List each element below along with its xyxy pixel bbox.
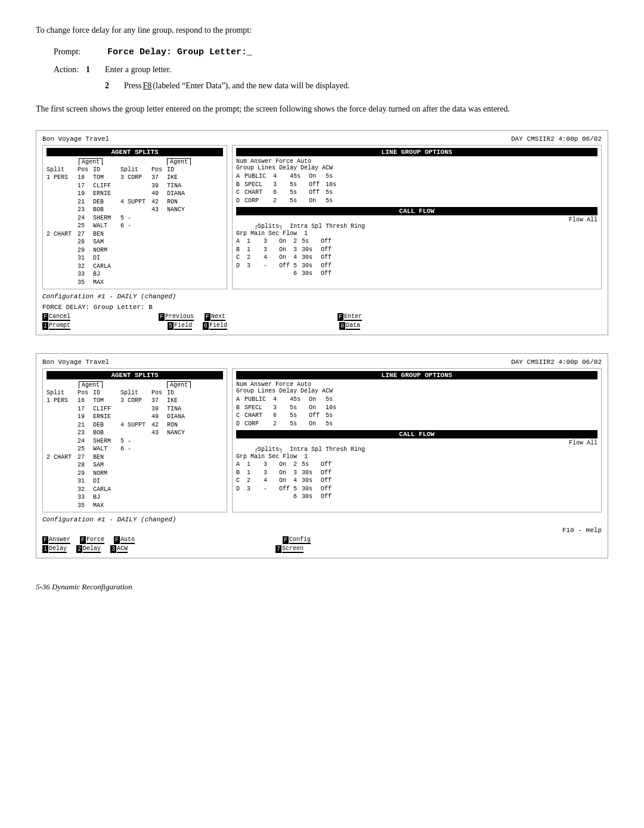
screen2-splits: 1 PERS16TOM3 CORP37IKE17CLIFF39TINA19ERN… [47,397,223,509]
action2-row: 2 Press F8 (labeled “Enter Data”), and t… [105,79,608,92]
call-flow-subhdr-1: Grp Main Sec Flow 1 [236,230,597,237]
fn-screen[interactable]: 7Screen [275,545,304,553]
config-line-1: Configuration #1 - DAILY (changed) [42,293,602,300]
left-panel-title-1: AGENT SPLITS [47,148,223,156]
cf-row: A13On25sOff [236,461,597,469]
screen1-lg: APUBLIC445sOn5sBSPECL35sOff10sCCHART65sO… [236,172,597,205]
fn-delay1[interactable]: 1Delay [42,545,67,553]
split-row: 33BJ [47,270,223,279]
intro-text: To change force delay for any line group… [36,24,608,36]
right-panel-2: LINE GROUP OPTIONS Num Answer Force Auto… [232,368,602,512]
split-row: 21DEB4 SUPPT42RON [47,421,223,430]
lg-row: DCORP25sOn5s [236,197,597,205]
cf-row: A13On25sOff [236,237,597,246]
screen2-title-right: DAY CMSIIR2 4:00p 06/02 [511,359,602,366]
action-row: Action: 1 Enter a group letter. [54,63,608,76]
split-row: 28SAM [47,238,223,246]
action2-pre: Press [124,79,142,92]
page-footer: 5-36 Dynamic Reconfiguration [36,582,608,592]
fn-acw[interactable]: 3ACW [110,545,128,553]
lg-options-header-1: Num Answer Force Auto [236,158,597,165]
call-flow-header2-1: ┌Splits┐ Intra Spl Thresh Ring [236,223,597,230]
split-row: 25WALT6 - [47,222,223,230]
col2-pos: Pos [78,390,93,396]
screen1-title-left: Bon Voyage Travel [42,135,109,143]
col-pos: Pos [78,166,93,173]
split-row: 29NORM [47,469,223,478]
fn-auto[interactable]: FAuto [114,536,135,544]
agent-bracket2-2: Agent [167,381,191,388]
split-row: 1 PERS16TOM3 CORP37IKE [47,397,223,405]
cf-row: 630sOff [236,493,597,501]
col2-pos2: Pos [151,390,167,396]
col-pos2: Pos [151,166,167,173]
call-flow-subhdr-2: Grp Main Sec Flow 1 [236,453,597,460]
screen1-cf: A13On25sOffB13On330sOffC24On430sOffD3-Of… [236,237,597,278]
split-row: 21DEB4 SUPPT42RON [47,198,223,206]
col2-id2: ID [167,390,194,396]
fn-row-1b: 1Prompt 5Field 6Field 8Data [42,322,602,330]
lg-row: BSPECL35sOn10s [236,404,597,412]
col2-split: Split [47,390,78,396]
col2-split2: Split [120,390,151,396]
lg-options-subheader-2: Group Lines Delay Delay ACW [236,388,597,394]
split-row: 32CARLA [47,486,223,494]
lg-options-header-2: Num Answer Force Auto [236,381,597,388]
call-flow-header2-2: ┌Splits┐ Intra Spl Thresh Ring [236,446,597,453]
cf-row: C24On430sOff [236,254,597,262]
split-row: 19ERNIE49DIANA [47,413,223,421]
lg-row: APUBLIC445sOn5s [236,396,597,404]
fn-data[interactable]: 8Data [339,322,360,330]
action2-num: 2 [105,79,119,92]
screen2-body: AGENT SPLITS Agent Agent Split Pos ID Sp… [42,368,602,512]
fn-field5[interactable]: 5Field [168,322,192,330]
split-row: 17CLIFF39TINA [47,405,223,413]
fn-enter[interactable]: FEnter [338,313,362,321]
fn-row-1: FCancel FPrevious FNext FEnter [42,313,602,321]
cf-row: D3-Off530sOff [236,262,597,270]
cf-row: D3-Off530sOff [236,485,597,493]
split-row: 19ERNIE40DIANA [47,190,223,198]
prompt-value: Force Delay: Group Letter:_ [107,47,252,57]
action-label: Action: [54,63,79,76]
fn-field6[interactable]: 6Field [203,322,227,330]
bottom-bar-1: FORCE DELAY: Group Letter: B FCancel FPr… [42,304,602,330]
fn-config[interactable]: FConfig [283,536,311,544]
fn-answer[interactable]: FAnswer [42,536,70,544]
fn-prompt[interactable]: 1Prompt [42,322,70,330]
help-line: F10 - Help [42,527,602,534]
screen2: Bon Voyage Travel DAY CMSIIR2 4:00p 06/0… [36,353,608,558]
right-panel-title-2: LINE GROUP OPTIONS [236,371,597,379]
split-row: 35MAX [47,502,223,510]
left-panel-title-2: AGENT SPLITS [47,371,223,379]
col-split2: Split [120,166,151,173]
screen1-title-right: DAY CMSIIR2 4:00p 06/02 [511,135,602,143]
fn-previous[interactable]: FPrevious [159,313,194,321]
left-panel-1: AGENT SPLITS Agent Agent Split Pos ID Sp… [42,145,227,289]
fn-cancel[interactable]: FCancel [42,313,70,321]
split-row: 23BOB43NANCY [47,206,223,214]
screen2-lg: APUBLIC445sOn5sBSPECL35sOn10sCCHART65sOf… [236,396,597,428]
split-row: 24SHERM5 - [47,214,223,223]
cf-row: B13On330sOff [236,469,597,477]
config-line-2: Configuration #1 - DAILY (changed) [42,516,602,523]
fn-next[interactable]: FNext [205,313,225,321]
split-row: 31DI [47,477,223,486]
fn-force[interactable]: FForce [80,536,104,544]
fn-delay2[interactable]: 2Delay [76,545,101,553]
lg-row: BSPECL35sOff10s [236,181,597,189]
split-row: 17CLIFF39TINA [47,182,223,190]
lg-row: CCHART65sOff5s [236,412,597,420]
screen2-cf: A13On25sOffB13On330sOffC24On430sOffD3-Of… [236,461,597,501]
screen2-header: Bon Voyage Travel DAY CMSIIR2 4:00p 06/0… [42,359,602,366]
agent-bracket2-1: Agent [167,158,191,165]
agent-bracket1-1: Agent [79,158,103,165]
call-flow-header1-2: Flow All [236,440,597,446]
right-panel-1: LINE GROUP OPTIONS Num Answer Force Auto… [232,145,602,289]
split-row: 25WALT6 - [47,445,223,453]
screen1-header: Bon Voyage Travel DAY CMSIIR2 4:00p 06/0… [42,135,602,143]
action2-text: (labeled “Enter Data”), and the new data… [153,79,349,92]
col-id2: ID [167,166,194,173]
prompt-line: Prompt: Force Delay: Group Letter:_ [54,47,608,57]
action1-text: Enter a group letter. [105,63,171,76]
